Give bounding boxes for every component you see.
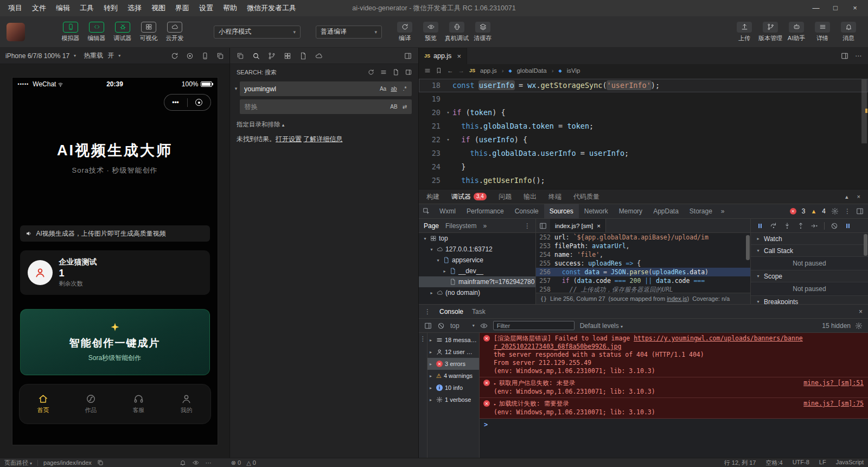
search-icon[interactable] <box>252 52 260 60</box>
files-icon[interactable] <box>299 52 307 60</box>
show-navigator-icon[interactable] <box>536 219 550 232</box>
devtools-tab-network[interactable]: Network <box>579 204 614 218</box>
tab-index-js[interactable]: index.js? [sm] × <box>550 219 606 232</box>
more-tabs-icon[interactable]: » <box>483 222 487 230</box>
preview-icon[interactable] <box>193 459 199 466</box>
pretty-print-icon[interactable]: {} <box>540 296 547 302</box>
phone-tab-2[interactable]: 客服 <box>123 394 155 414</box>
tree-item-2[interactable]: ▾appservice <box>419 255 535 266</box>
toolbar-button-cloud[interactable]: 云开发 <box>162 22 188 42</box>
toolbar-button-menu[interactable]: 详情 <box>809 22 835 42</box>
page-path-select[interactable]: 页面路径 ▾ <box>4 459 32 467</box>
panel-tab-5[interactable]: 代码质量 <box>573 192 599 201</box>
step-icon[interactable] <box>810 222 818 230</box>
close-panel-icon[interactable]: × <box>857 193 860 200</box>
collapse-icon[interactable] <box>405 69 412 75</box>
tree-item-5[interactable]: ▸(no domain) <box>419 287 535 298</box>
toolbar-button-eye[interactable]: 预览 <box>418 22 444 42</box>
devtools-tab-wxml[interactable]: Wxml <box>434 204 461 218</box>
forward-icon[interactable]: → <box>458 67 465 74</box>
deactivate-breakpoints-icon[interactable] <box>831 222 838 230</box>
tree-item-4[interactable]: mainframe?t=1762942780 <box>419 276 535 287</box>
capsule-menu-button[interactable]: ••• <box>164 99 187 106</box>
cursor-position[interactable]: 行 12, 列 17 <box>724 459 756 467</box>
close-console-icon[interactable]: × <box>859 308 863 315</box>
encoding-setting[interactable]: UTF-8 <box>793 459 809 467</box>
breadcrumb-file[interactable]: app.js <box>480 67 497 74</box>
phone-tab-0[interactable]: 首页 <box>27 394 60 414</box>
mode-select[interactable]: 小程序模式 ▾ <box>214 26 301 39</box>
close-tab-icon[interactable]: × <box>597 223 601 229</box>
open-settings-link[interactable]: 打开设置 <box>276 135 302 143</box>
menu-item-3[interactable]: 工具 <box>75 0 99 16</box>
devtools-tab-appdata[interactable]: AppData <box>648 204 684 218</box>
collapse-panel-icon[interactable] <box>404 52 412 60</box>
tab-app-js[interactable]: JS app.js × <box>419 48 467 64</box>
kebab-menu-icon[interactable]: ⋮ <box>844 207 851 215</box>
page-path-value[interactable]: pages/index/index <box>43 459 92 466</box>
menu-item-1[interactable]: 文件 <box>27 0 51 16</box>
console-filter-input[interactable] <box>493 321 575 330</box>
hidden-count[interactable]: 15 hidden <box>822 322 851 330</box>
code-editor[interactable]: 18const userInfo = wx.getStorageSync('us… <box>419 77 868 189</box>
close-tab-icon[interactable]: × <box>457 52 461 60</box>
device-select[interactable]: iPhone 6/7/8 100% 17 <box>5 52 69 60</box>
split-editor-icon[interactable] <box>841 52 848 60</box>
replace-all-button[interactable]: ⇄ <box>399 102 410 112</box>
notifications-icon[interactable] <box>180 459 186 466</box>
record-icon[interactable] <box>186 52 194 60</box>
step-into-icon[interactable] <box>783 222 791 230</box>
toolbar-button-grid[interactable]: 可视化 <box>136 22 162 42</box>
rotate-icon[interactable] <box>171 52 178 60</box>
expand-icon[interactable]: ▸ <box>494 402 496 407</box>
whole-word-button[interactable]: ab <box>388 84 399 94</box>
phone-tab-3[interactable]: 我的 <box>170 394 203 414</box>
console-filter-1[interactable]: ▸12 user mes… <box>427 346 479 358</box>
create-cta-card[interactable]: 智能创作一键成片 Sora秒级智能创作 <box>20 309 210 375</box>
tree-item-3[interactable]: ▸__dev__ <box>419 266 535 276</box>
hot-reload-state[interactable]: 开 <box>107 51 114 60</box>
console-prompt[interactable]: > <box>480 419 868 431</box>
warning-count-icon[interactable]: ▲ <box>810 208 816 214</box>
search-input[interactable] <box>244 85 378 93</box>
toolbar-button-device[interactable]: 真机调试 <box>444 22 470 42</box>
toolbar-button-phone[interactable]: 模拟器 <box>58 22 84 42</box>
menu-item-4[interactable]: 转到 <box>99 0 123 16</box>
warning-count[interactable]: 4 <box>822 207 826 215</box>
sidebar-section-watch[interactable]: ▸Watch <box>751 233 868 245</box>
source-link[interactable]: mine.js? [sm]:75 <box>803 400 864 408</box>
mapped-file-link[interactable]: index.js <box>667 295 687 302</box>
expand-panel-icon[interactable]: ▴ <box>845 193 848 200</box>
levels-select[interactable]: Default levels ▾ <box>580 322 623 330</box>
source-link[interactable]: mine.js? [sm]:51 <box>803 379 864 387</box>
window-icon[interactable] <box>216 52 224 60</box>
kebab-menu-icon[interactable]: ⋮ <box>424 308 431 315</box>
devtools-tab-storage[interactable]: Storage <box>684 204 718 218</box>
console-filter-4[interactable]: ▸i10 info <box>427 382 479 394</box>
toolbar-button-code[interactable]: 编辑器 <box>84 22 110 42</box>
menu-item-8[interactable]: 设置 <box>194 0 218 16</box>
tree-item-1[interactable]: ▾127.0.0.1:63712 <box>419 244 535 255</box>
sources-code[interactable]: 252url: `${app.globalData.apiBase}/uploa… <box>536 233 750 293</box>
fold-icon[interactable]: ▾ <box>444 133 452 147</box>
tab-page[interactable]: Page <box>424 222 439 230</box>
gear-icon[interactable] <box>831 207 839 215</box>
breadcrumb-member[interactable]: isVip <box>567 67 580 74</box>
open-file-icon[interactable] <box>393 69 399 75</box>
fold-icon[interactable]: ▾ <box>444 106 452 119</box>
tab-task[interactable]: Task <box>472 308 486 315</box>
breadcrumb-symbol[interactable]: globalData <box>517 67 547 74</box>
console-filter-5[interactable]: ▸1 verbose <box>427 394 479 406</box>
panel-tab-4[interactable]: 终端 <box>548 192 561 201</box>
more-tabs-icon[interactable]: » <box>718 204 728 218</box>
devtools-tab-memory[interactable]: Memory <box>614 204 648 218</box>
more-icon[interactable]: ⋯ <box>206 459 212 466</box>
maximize-button[interactable]: □ <box>826 0 845 16</box>
toolbar-button-ai[interactable]: AI助手 <box>783 22 809 42</box>
git-branch-icon[interactable] <box>268 52 276 60</box>
sidebar-section-breakpoints[interactable]: ▾Breakpoints <box>751 296 868 304</box>
more-actions-icon[interactable]: ⋯ <box>855 52 861 60</box>
replace-input[interactable] <box>244 103 388 111</box>
outline-icon[interactable] <box>424 67 431 74</box>
explorer-icon[interactable] <box>237 52 244 60</box>
